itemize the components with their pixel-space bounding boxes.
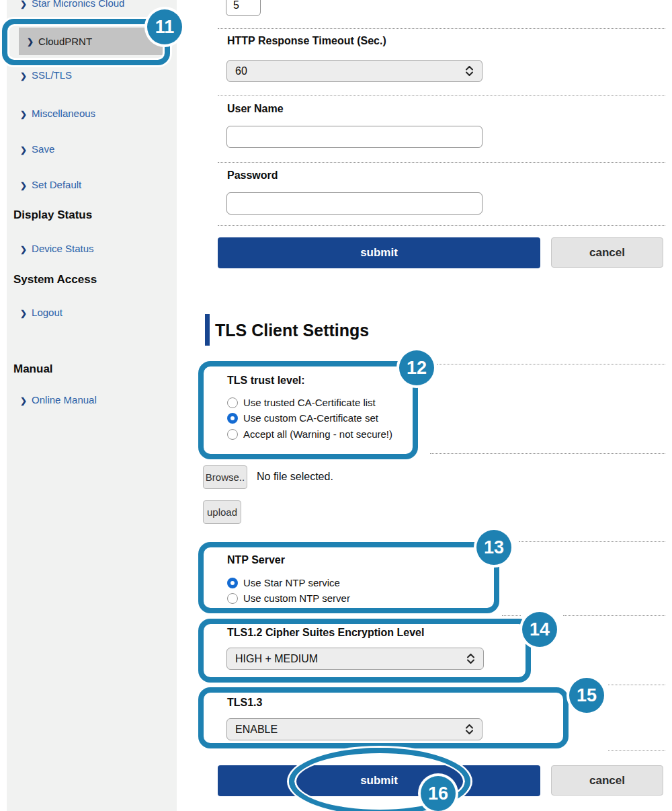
tls12-cipher-select[interactable]: HIGH + MEDIUM	[226, 648, 484, 670]
sidebar-item-cloudprnt[interactable]: ❯ CloudPRNT	[19, 28, 163, 55]
sidebar-item-label: Device Status	[32, 243, 94, 254]
tls-trust-level-label: TLS trust level:	[227, 375, 305, 387]
user-name-input[interactable]	[226, 126, 482, 148]
divider	[218, 162, 665, 163]
browse-button[interactable]: Browse..	[203, 465, 247, 489]
sidebar	[7, 0, 177, 811]
callout-badge-15: 15	[569, 678, 604, 713]
tls13-select[interactable]: ENABLE	[226, 718, 482, 740]
radio-label: Use custom NTP server	[243, 592, 350, 604]
chevron-right-icon: ❯	[20, 396, 27, 406]
radio-custom-ca-set[interactable]: Use custom CA-Certificate set	[227, 412, 378, 424]
radio-label: Use Star NTP service	[243, 577, 340, 588]
divider	[563, 615, 665, 616]
chevron-right-icon: ❯	[27, 37, 34, 46]
callout-badge-14: 14	[522, 612, 557, 647]
chevron-right-icon: ❯	[20, 110, 27, 119]
cancel-button[interactable]: cancel	[551, 237, 663, 268]
sidebar-item-ssl-tls[interactable]: ❯ SSL/TLS	[20, 69, 72, 81]
tls13-value: ENABLE	[235, 724, 278, 736]
sidebar-header-system-access: System Access	[13, 273, 97, 286]
sidebar-item-star-micronics-cloud[interactable]: ❯ Star Micronics Cloud	[20, 0, 124, 9]
radio-icon[interactable]	[227, 429, 238, 440]
radio-icon[interactable]	[227, 413, 238, 424]
callout-badge-16: 16	[421, 776, 456, 811]
http-timeout-select[interactable]: 60	[226, 60, 482, 82]
user-name-label: User Name	[227, 103, 284, 115]
radio-label: Accept all (Warning - not secure!)	[243, 428, 392, 440]
tls-cancel-button[interactable]: cancel	[551, 765, 663, 796]
upload-button[interactable]: upload	[203, 500, 241, 524]
sidebar-header-manual: Manual	[13, 362, 53, 376]
sidebar-header-display-status: Display Status	[13, 208, 92, 222]
sidebar-item-miscellaneous[interactable]: ❯ Miscellaneous	[20, 108, 95, 119]
sidebar-item-label: CloudPRNT	[38, 36, 92, 47]
sidebar-item-label: Logout	[32, 307, 62, 318]
divider	[519, 541, 665, 542]
radio-icon[interactable]	[227, 578, 238, 588]
password-label: Password	[227, 169, 278, 182]
radio-custom-ntp[interactable]: Use custom NTP server	[227, 592, 350, 604]
updown-chevron-icon	[465, 65, 474, 77]
sidebar-item-device-status[interactable]: ❯ Device Status	[20, 243, 94, 254]
radio-accept-all[interactable]: Accept all (Warning - not secure!)	[227, 428, 392, 440]
sidebar-item-label: Online Manual	[32, 394, 97, 406]
sidebar-item-logout[interactable]: ❯ Logout	[20, 307, 62, 318]
radio-label: Use trusted CA-Certificate list	[243, 397, 376, 408]
chevron-right-icon: ❯	[20, 71, 27, 81]
polling-interval-input[interactable]	[226, 0, 261, 16]
divider	[502, 615, 521, 616]
submit-button[interactable]: submit	[218, 237, 540, 268]
password-input[interactable]	[226, 192, 482, 215]
tls12-cipher-value: HIGH + MEDIUM	[235, 653, 318, 665]
radio-icon[interactable]	[227, 593, 238, 604]
callout-badge-13: 13	[476, 530, 511, 565]
divider	[608, 750, 665, 751]
divider	[218, 225, 665, 226]
tls-submit-button[interactable]: submit	[218, 765, 540, 796]
http-timeout-value: 60	[235, 65, 247, 77]
sidebar-item-label: SSL/TLS	[32, 69, 72, 81]
sidebar-item-save[interactable]: ❯ Save	[20, 143, 54, 155]
chevron-right-icon: ❯	[20, 309, 27, 318]
callout-badge-11: 11	[147, 9, 182, 44]
updown-chevron-icon	[465, 724, 474, 735]
chevron-right-icon: ❯	[20, 245, 27, 254]
tls-section-title: TLS Client Settings	[215, 321, 369, 340]
chevron-right-icon: ❯	[20, 0, 27, 9]
sidebar-item-set-default[interactable]: ❯ Set Default	[20, 179, 81, 190]
section-accent-bar	[205, 314, 210, 346]
updown-chevron-icon	[466, 653, 475, 664]
http-timeout-label: HTTP Response Timeout (Sec.)	[227, 35, 386, 47]
divider	[218, 28, 665, 29]
divider	[218, 95, 665, 96]
radio-label: Use custom CA-Certificate set	[243, 412, 378, 424]
sidebar-item-online-manual[interactable]: ❯ Online Manual	[20, 394, 97, 406]
radio-icon[interactable]	[227, 397, 238, 408]
divider	[430, 453, 665, 454]
tls13-label: TLS1.3	[227, 697, 262, 709]
divider	[608, 685, 665, 685]
divider	[437, 364, 665, 364]
ntp-server-label: NTP Server	[227, 554, 285, 566]
tls12-cipher-label: TLS1.2 Cipher Suites Encryption Level	[227, 627, 424, 639]
sidebar-item-label: Save	[32, 143, 54, 155]
cloudprnt-settings-page: ❯ Star Micronics Cloud ❯ CloudPRNT 11 ❯ …	[0, 0, 672, 811]
chevron-right-icon: ❯	[20, 181, 27, 190]
sidebar-item-label: Miscellaneous	[32, 108, 95, 119]
chevron-right-icon: ❯	[20, 145, 27, 155]
radio-trusted-ca-list[interactable]: Use trusted CA-Certificate list	[227, 397, 376, 408]
file-status-text: No file selected.	[257, 471, 333, 483]
sidebar-item-label: Set Default	[32, 179, 81, 190]
radio-star-ntp[interactable]: Use Star NTP service	[227, 577, 340, 588]
callout-badge-12: 12	[399, 350, 434, 385]
sidebar-item-label: Star Micronics Cloud	[32, 0, 124, 9]
